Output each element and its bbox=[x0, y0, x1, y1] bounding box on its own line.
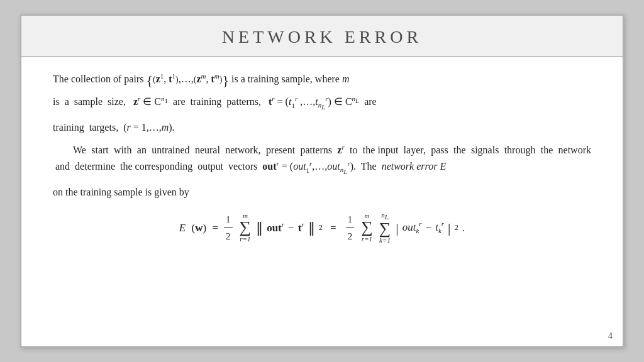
paragraph-5: on the training sample is given by bbox=[53, 184, 591, 200]
period: . bbox=[462, 219, 465, 236]
paragraph-3: training targets, (r = 1,…,m). bbox=[53, 119, 591, 136]
norm-sq-2: 2 bbox=[455, 221, 459, 234]
norm-right: ‖ bbox=[308, 217, 315, 239]
out-r: outr bbox=[267, 219, 284, 236]
sum-r2-bot: r=1 bbox=[362, 236, 372, 243]
formula-eq1: = bbox=[213, 219, 219, 236]
abs-right: | bbox=[448, 217, 450, 239]
fraction-half: 1 2 bbox=[224, 212, 233, 244]
formula-section: E (w) = 1 2 m ∑ r=1 ‖ outr − tr bbox=[53, 212, 591, 244]
t-kr: tkr bbox=[435, 219, 444, 237]
denominator-2b: 2 bbox=[346, 228, 355, 244]
sum-k: nL ∑ k=1 bbox=[379, 212, 391, 244]
numerator-1b: 1 bbox=[346, 212, 355, 228]
sigma-3: ∑ bbox=[379, 221, 391, 237]
sigma-2: ∑ bbox=[361, 219, 373, 236]
right-curly: } bbox=[222, 72, 229, 88]
abs-left: | bbox=[396, 217, 398, 239]
paragraph-1: The collection of pairs {(z1, t1),…,(zm,… bbox=[53, 71, 591, 87]
norm-sq-1: 2 bbox=[319, 221, 323, 234]
minus1: − bbox=[288, 219, 294, 236]
slide: NETWORK ERROR The collection of pairs {(… bbox=[20, 14, 624, 348]
norm-left: ‖ bbox=[256, 217, 263, 239]
numerator-1: 1 bbox=[224, 212, 233, 228]
content-area: The collection of pairs {(z1, t1),…,(zm,… bbox=[21, 57, 623, 346]
out-kr: outkr bbox=[402, 219, 422, 237]
title-area: NETWORK ERROR bbox=[21, 16, 623, 57]
formula-E: E bbox=[179, 219, 186, 236]
fraction-half-2: 1 2 bbox=[346, 212, 355, 244]
sigma-1: ∑ bbox=[240, 219, 252, 236]
minus2: − bbox=[426, 219, 432, 236]
paragraph-2: is a sample size, zr ∈ Cn1 are training … bbox=[53, 94, 591, 113]
t-r: tr bbox=[298, 219, 304, 236]
paragraph-4: We start with an untrained neural networ… bbox=[53, 142, 591, 178]
slide-title: NETWORK ERROR bbox=[222, 27, 422, 47]
formula-container: E (w) = 1 2 m ∑ r=1 ‖ outr − tr bbox=[179, 212, 465, 244]
formula-eq2: = bbox=[330, 219, 336, 236]
sum-r: m ∑ r=1 bbox=[240, 212, 252, 243]
left-curly: { bbox=[146, 72, 153, 88]
sum-r-bot: r=1 bbox=[240, 236, 250, 243]
formula-w: (w) bbox=[189, 219, 208, 236]
sum-k-bot: k=1 bbox=[379, 237, 391, 244]
denominator-2: 2 bbox=[224, 228, 233, 244]
page-number: 4 bbox=[608, 331, 613, 341]
sum-r2: m ∑ r=1 bbox=[361, 212, 373, 243]
